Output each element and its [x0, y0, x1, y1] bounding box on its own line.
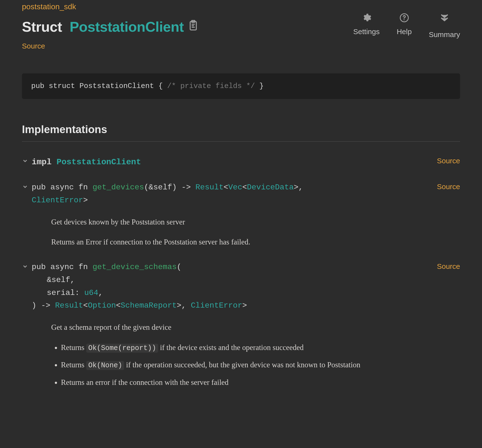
angle: >: [83, 196, 88, 205]
page-heading: Struct PoststationClient: [22, 16, 184, 37]
crate-link[interactable]: poststation_sdk: [22, 1, 460, 12]
docblock: Get devices known by the Poststation ser…: [51, 216, 460, 249]
source-link[interactable]: Source: [22, 40, 460, 51]
title-kind: Struct: [22, 19, 62, 35]
type-u64[interactable]: u64: [84, 288, 98, 297]
angle: <: [223, 183, 228, 192]
copy-path-button[interactable]: [189, 20, 198, 34]
page-title-row: Struct PoststationClient Settings Help S…: [22, 13, 460, 40]
fn-kw: pub async fn: [32, 183, 93, 192]
type-devicedata[interactable]: DeviceData: [247, 183, 294, 192]
doc-text: Returns: [61, 360, 86, 369]
settings-label: Settings: [353, 26, 380, 37]
impl-block: impl PoststationClient Source pub async …: [22, 155, 460, 389]
type-result[interactable]: Result: [55, 301, 83, 310]
method-signature: pub async fn get_device_schemas( &self, …: [32, 261, 432, 312]
list-item: Returns an error if the connection with …: [61, 376, 460, 389]
toggle-button[interactable]: [22, 183, 30, 193]
toggle-button[interactable]: [22, 262, 30, 273]
title-name: PoststationClient: [70, 19, 184, 35]
struct-decl: pub struct PoststationClient { /* privat…: [22, 73, 460, 99]
list-item: Returns Ok(Some(report)) if the device e…: [61, 341, 460, 354]
decl-suffix: }: [255, 82, 264, 90]
angle: <: [116, 301, 121, 310]
fn-arg: &self,: [32, 274, 75, 287]
method-signature: pub async fn get_devices(&self) -> Resul…: [32, 181, 432, 207]
method-get-device-schemas: pub async fn get_device_schemas( &self, …: [22, 261, 460, 389]
inline-code: Ok(Some(report)): [86, 344, 158, 353]
settings-button[interactable]: Settings: [353, 13, 380, 37]
impl-source-link[interactable]: Source: [432, 155, 460, 166]
type-schemareport[interactable]: SchemaReport: [121, 301, 177, 310]
doc-text: if the operation succeeded, but the give…: [124, 360, 360, 369]
fn-name[interactable]: get_devices: [93, 183, 144, 192]
chevron-down-icon: [22, 263, 28, 270]
toggle-button[interactable]: [22, 157, 30, 167]
help-button[interactable]: Help: [397, 13, 412, 37]
angle: <: [83, 301, 88, 310]
impl-signature: impl PoststationClient: [32, 155, 432, 169]
chevrons-down-icon: [439, 13, 450, 23]
angle: >,: [177, 301, 191, 310]
fn-kw: pub async fn: [32, 263, 93, 272]
type-vec[interactable]: Vec: [228, 183, 242, 192]
clipboard-icon: [189, 20, 198, 31]
help-label: Help: [397, 26, 412, 37]
arg-name: serial:: [47, 288, 84, 297]
chevron-down-icon: [22, 184, 28, 190]
impl-kw: impl: [32, 157, 57, 167]
angle: >: [242, 301, 247, 310]
implementations-heading[interactable]: Implementations: [22, 121, 460, 142]
page-title: Struct PoststationClient: [22, 16, 198, 37]
method-get-devices: pub async fn get_devices(&self) -> Resul…: [22, 181, 460, 249]
doc-text: if the device exists and the operation s…: [158, 343, 304, 352]
summary-button[interactable]: Summary: [429, 13, 460, 40]
fn-return-arrow: ) ->: [32, 301, 55, 310]
paren: (: [177, 263, 181, 272]
chevron-down-icon: [22, 158, 28, 164]
doc-paragraph: Returns an Error if connection to the Po…: [51, 236, 460, 249]
type-clienterror[interactable]: ClientError: [32, 196, 83, 205]
summary-label: Summary: [429, 29, 460, 40]
fn-arg: serial: u64,: [32, 287, 103, 300]
method-source-link[interactable]: Source: [432, 181, 460, 192]
method-source-link[interactable]: Source: [432, 261, 460, 272]
fn-args: (&self) ->: [144, 183, 195, 192]
question-icon: [399, 13, 409, 23]
method-header: pub async fn get_devices(&self) -> Resul…: [22, 181, 460, 207]
inline-code: Ok(None): [86, 361, 124, 370]
decl-prefix: pub struct PoststationClient {: [31, 82, 167, 90]
type-result[interactable]: Result: [195, 183, 223, 192]
comma: ,: [98, 288, 103, 297]
method-header: pub async fn get_device_schemas( &self, …: [22, 261, 460, 312]
doc-paragraph: Get a schema report of the given device: [51, 321, 460, 334]
doc-text: Returns: [61, 343, 86, 352]
angle: >,: [294, 183, 303, 192]
type-clienterror[interactable]: ClientError: [191, 301, 242, 310]
header-buttons: Settings Help Summary: [353, 13, 460, 40]
impl-header: impl PoststationClient Source: [22, 155, 460, 169]
type-option[interactable]: Option: [88, 301, 116, 310]
angle: <: [242, 183, 247, 192]
list-item: Returns Ok(None) if the operation succee…: [61, 359, 460, 371]
decl-comment: /* private fields */: [167, 82, 255, 90]
docblock: Get a schema report of the given device …: [51, 321, 460, 389]
gear-icon: [362, 13, 371, 23]
svg-point-6: [404, 19, 405, 20]
fn-name[interactable]: get_device_schemas: [93, 263, 177, 272]
doc-paragraph: Get devices known by the Poststation ser…: [51, 216, 460, 229]
impl-type[interactable]: PoststationClient: [57, 157, 141, 167]
doc-list: Returns Ok(Some(report)) if the device e…: [51, 341, 460, 389]
